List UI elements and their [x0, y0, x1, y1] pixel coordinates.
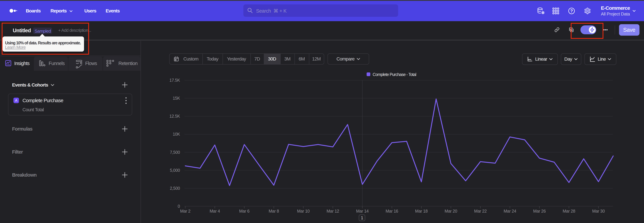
svg-text:Mar 4: Mar 4 [210, 209, 220, 213]
svg-text:7,500: 7,500 [170, 150, 180, 155]
svg-text:Mar 26: Mar 26 [533, 209, 546, 213]
svg-text:12.5K: 12.5K [170, 114, 180, 119]
svg-text:Mar 16: Mar 16 [386, 209, 398, 213]
svg-text:Mar 30: Mar 30 [592, 209, 605, 213]
svg-text:10K: 10K [173, 132, 180, 137]
svg-text:Mar 6: Mar 6 [239, 209, 250, 213]
svg-text:Mar 24: Mar 24 [504, 209, 516, 213]
svg-text:0: 0 [178, 204, 180, 208]
svg-text:Mar 18: Mar 18 [415, 209, 428, 213]
svg-text:Mar 12: Mar 12 [326, 209, 339, 213]
svg-text:Mar 8: Mar 8 [269, 209, 279, 213]
svg-text:Mar 2: Mar 2 [180, 209, 190, 213]
svg-text:Mar 10: Mar 10 [297, 209, 310, 213]
svg-text:15K: 15K [173, 96, 180, 100]
svg-text:17.5K: 17.5K [170, 78, 180, 82]
svg-text:Mar 20: Mar 20 [444, 209, 457, 213]
svg-text:Mar 22: Mar 22 [474, 209, 487, 213]
svg-text:Complete Purchase - Total: Complete Purchase - Total [373, 72, 416, 77]
svg-text:Mar 14: Mar 14 [356, 209, 368, 213]
svg-text:2,500: 2,500 [170, 186, 180, 191]
svg-text:Mar 28: Mar 28 [563, 209, 575, 213]
svg-text:5,000: 5,000 [170, 168, 180, 173]
